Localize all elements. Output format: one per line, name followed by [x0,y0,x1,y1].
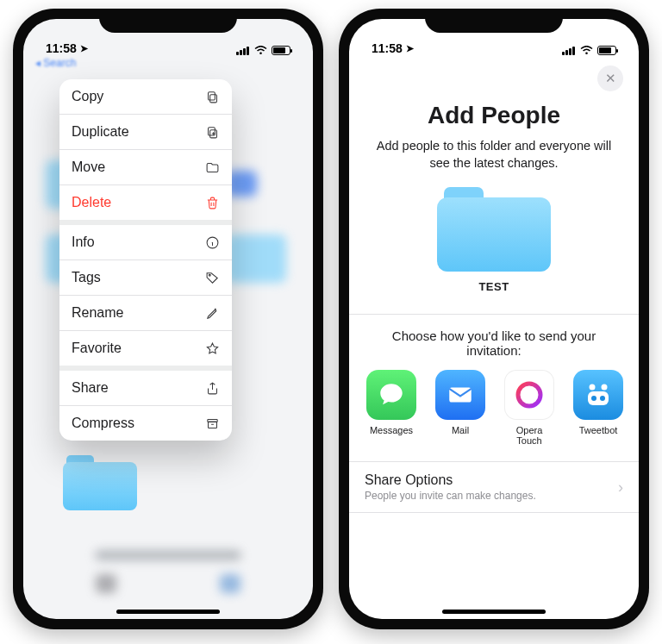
menu-item-info[interactable]: Info [59,225,232,260]
menu-label: Copy [72,89,103,104]
svg-rect-12 [208,422,216,428]
svg-rect-14 [565,50,568,55]
folder-name: TEST [478,280,509,293]
menu-item-compress[interactable]: Compress [59,406,232,441]
folder-icon [63,455,137,510]
menu-label: Delete [72,195,111,210]
menu-item-favorite[interactable]: Favorite [59,331,232,371]
svg-point-10 [209,274,210,276]
svg-rect-16 [572,47,575,55]
chevron-right-icon: › [618,478,623,497]
archive-icon [204,416,220,431]
svg-point-17 [585,53,588,55]
share-app-messages[interactable]: Messages [365,370,418,446]
app-label: Messages [370,425,413,435]
folder-icon [437,187,551,272]
menu-label: Move [72,159,105,175]
star-icon [204,341,220,356]
menu-label: Compress [72,416,134,431]
share-options-title: Share Options [365,472,536,488]
menu-item-delete[interactable]: Delete [59,185,232,225]
close-button[interactable]: ✕ [597,66,623,91]
share-app-opera[interactable]: Opera Touch [503,370,556,446]
share-app-tweetbot[interactable]: Tweetbot [571,370,625,446]
back-breadcrumb[interactable]: ◂ Search [23,57,313,74]
opera-icon [504,370,554,420]
battery-icon [272,46,290,55]
share-icon [204,381,220,396]
location-icon: ➤ [80,43,88,54]
menu-label: Info [72,234,95,250]
cell-signal-icon [562,46,576,55]
page-subtitle: Add people to this folder and everyone w… [375,138,613,172]
menu-item-move[interactable]: Move [59,150,232,185]
svg-rect-0 [236,52,239,55]
svg-rect-1 [240,50,242,55]
share-options-row[interactable]: Share Options People you invite can make… [349,461,639,513]
menu-item-duplicate[interactable]: Duplicate [59,115,232,150]
screen-add-people: 11:58 ➤ ✕ Add People Add people to this … [349,19,639,619]
menu-label: Favorite [72,341,122,356]
duplicate-icon [204,125,220,140]
invite-prompt: Choose how you'd like to send your invit… [349,315,639,370]
svg-rect-15 [569,48,571,55]
notch [425,9,563,33]
menu-label: Rename [72,305,123,321]
svg-rect-2 [243,48,246,55]
tag-icon [204,271,220,285]
menu-item-copy[interactable]: Copy [59,79,232,115]
status-time: 11:58 [46,41,77,55]
status-time: 11:58 [372,41,403,55]
screen-context-menu: 11:58 ➤ ◂ Search [23,19,313,619]
menu-item-rename[interactable]: Rename [59,296,232,331]
trash-icon [204,196,220,210]
home-indicator[interactable] [442,610,546,614]
pencil-icon [204,306,220,321]
location-icon: ➤ [406,43,414,54]
cell-signal-icon [236,46,250,55]
page-title: Add People [375,102,613,129]
folder-preview: TEST [349,187,639,293]
menu-label: Share [72,380,109,396]
selected-folder[interactable] [63,455,137,510]
mail-icon [435,370,485,420]
menu-item-tags[interactable]: Tags [59,260,232,296]
folder-icon [204,160,220,175]
phone-right: 11:58 ➤ ✕ Add People Add people to this … [339,9,649,629]
svg-rect-5 [209,94,216,102]
svg-point-23 [590,385,596,391]
menu-item-share[interactable]: Share [59,371,232,406]
svg-point-22 [600,396,605,401]
notch [99,9,237,33]
wifi-icon [254,46,267,55]
svg-point-21 [591,396,596,401]
svg-rect-20 [588,391,609,405]
home-indicator[interactable] [116,610,220,614]
phone-left: 11:58 ➤ ◂ Search [13,9,323,629]
share-apps-row[interactable]: Messages Mail Opera Touch [349,370,639,461]
messages-icon [366,370,416,420]
svg-rect-7 [208,127,215,134]
svg-rect-13 [562,52,565,55]
battery-icon [597,46,616,55]
context-menu: Copy Duplicate Move Delete [59,79,232,441]
menu-label: Duplicate [72,124,129,140]
app-label: Tweetbot [579,425,618,435]
svg-point-19 [518,384,540,406]
svg-point-4 [259,53,262,55]
svg-rect-6 [208,91,215,99]
wifi-icon [580,46,593,55]
menu-label: Tags [72,270,101,285]
info-icon [204,235,220,250]
share-app-mail[interactable]: Mail [434,370,487,446]
close-icon: ✕ [605,71,616,86]
app-label: Mail [452,425,469,435]
svg-rect-18 [449,388,472,403]
app-label: Opera Touch [503,425,556,446]
tweetbot-icon [573,370,623,420]
share-options-subtitle: People you invite can make changes. [365,490,536,502]
copy-icon [204,90,220,104]
svg-point-24 [602,385,608,391]
svg-rect-3 [247,47,249,55]
